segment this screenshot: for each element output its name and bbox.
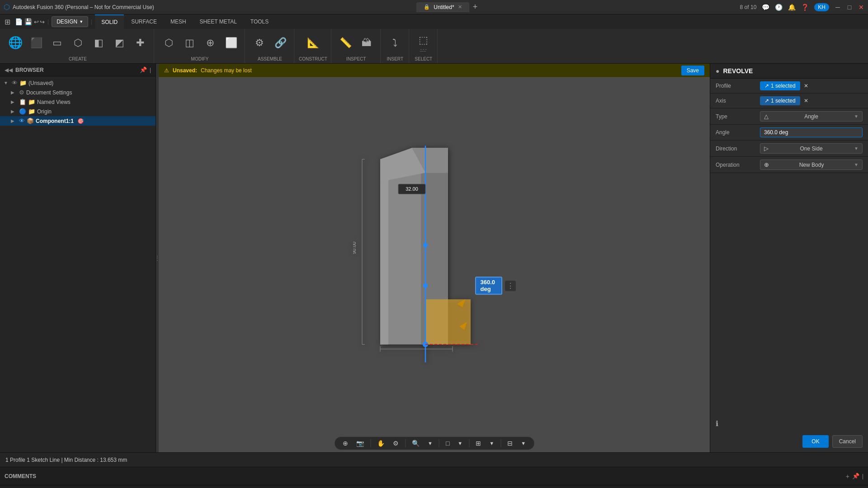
ok-button[interactable]: OK xyxy=(802,435,828,448)
zoom-btn[interactable]: 🔍 xyxy=(409,439,422,448)
canvas-area: 90.00 xyxy=(159,78,710,452)
operation-icon: ⊕ xyxy=(764,161,769,168)
viewport[interactable]: ⚠ Unsaved: Changes may be lost Save 90.0… xyxy=(159,64,710,452)
inspect-tool1[interactable]: 📏 xyxy=(336,31,356,55)
orbit-btn[interactable]: ⊕ xyxy=(340,439,351,448)
close-tab-icon[interactable]: ✕ xyxy=(458,4,462,10)
tab-solid[interactable]: SOLID xyxy=(95,14,124,29)
info-circle-icon[interactable]: ℹ xyxy=(716,420,718,427)
camera-btn[interactable]: 📷 xyxy=(354,439,367,448)
sketch-svg: 90.00 xyxy=(353,145,516,362)
operation-value: ⊕ New Body ▼ xyxy=(760,160,863,170)
extrude-tool[interactable]: ⬛ xyxy=(26,31,46,55)
angle-input[interactable] xyxy=(760,127,863,137)
browser-panel: ◀◀ BROWSER 📌 | ▼ 👁 📁 (Unsaved) ▶ ⚙ Docum… xyxy=(0,64,156,452)
bell-icon[interactable]: 🔔 xyxy=(788,4,796,11)
select-cursor-icon: ⬚ xyxy=(419,34,428,46)
type-dropdown[interactable]: △ Angle ▼ xyxy=(760,111,863,122)
close-btn[interactable]: ✕ xyxy=(858,4,864,10)
display-btn[interactable]: □ xyxy=(443,439,452,448)
select-label: SELECT xyxy=(415,56,432,61)
direction-dropdown[interactable]: ▷ One Side ▼ xyxy=(760,143,863,154)
tree-origin[interactable]: ▶ 🔵 📁 Origin xyxy=(0,107,156,116)
operation-dropdown[interactable]: ⊕ New Body ▼ xyxy=(760,160,863,170)
insert-tool1[interactable]: ⤵ xyxy=(385,31,405,55)
playback-bar: ⏮ ◀◀ ▶ ▶▶ ⏭ 🔷 ⚙ xyxy=(0,485,868,488)
expand-comments-icon[interactable]: | xyxy=(862,473,863,479)
profile-clear-btn[interactable]: ✕ xyxy=(802,82,810,90)
tab-sheet-metal[interactable]: SHEET METAL xyxy=(193,14,243,29)
angle-input-box[interactable]: 360.0 deg xyxy=(475,277,502,295)
grid-btn2[interactable]: ▼ xyxy=(486,440,497,447)
assemble-tool2[interactable]: 🔗 xyxy=(270,31,290,55)
grid-menu-icon[interactable]: ⊞ xyxy=(5,18,10,26)
tool7[interactable]: ✚ xyxy=(130,31,150,55)
tool5[interactable]: ◧ xyxy=(89,31,108,55)
help-icon[interactable]: ❓ xyxy=(801,4,809,11)
comments-title: COMMENTS xyxy=(5,473,843,479)
pan-btn[interactable]: ✋ xyxy=(374,439,387,448)
tab-mesh[interactable]: MESH xyxy=(164,14,193,29)
ribbon-group-inspect: 📏 🏔 INSPECT xyxy=(332,29,381,63)
tool3[interactable]: ▭ xyxy=(47,31,67,55)
info-row: ℹ xyxy=(710,417,868,431)
more-btn[interactable]: ⊟ xyxy=(505,439,515,448)
clock-icon[interactable]: 🕐 xyxy=(775,4,783,11)
maximize-btn[interactable]: □ xyxy=(846,4,853,10)
svg-text:32.00: 32.00 xyxy=(406,186,418,192)
named-views-icon: 📋 xyxy=(19,99,26,105)
collapse-browser-icon[interactable]: ◀◀ xyxy=(5,67,13,73)
tree-component[interactable]: ▶ 👁 📦 Component1:1 🎯 xyxy=(0,116,156,126)
save-button[interactable]: Save xyxy=(681,66,704,75)
revolve-footer: OK Cancel xyxy=(710,431,868,452)
pin-icon[interactable]: 📌 xyxy=(140,66,147,73)
user-avatar[interactable]: KH xyxy=(814,3,829,11)
assemble-tool1[interactable]: ⚙ xyxy=(250,31,269,55)
new-component-tool[interactable]: 🌐 xyxy=(5,31,25,55)
add-tab-btn[interactable]: + xyxy=(473,2,478,12)
pin-comment-icon[interactable]: 📌 xyxy=(852,473,859,479)
create-tools: 🌐 ⬛ ▭ ⬡ ◧ ◩ ✚ xyxy=(5,31,150,55)
operation-selected: New Body xyxy=(799,162,824,168)
select-tool1[interactable]: ⬚ - - - xyxy=(414,31,434,55)
file-icon[interactable]: 📄 xyxy=(15,18,23,25)
modify-tool4[interactable]: ⬜ xyxy=(221,31,241,55)
save-icon[interactable]: 💾 xyxy=(24,18,32,25)
fit-btn[interactable]: ▼ xyxy=(425,440,435,447)
angle-menu-icon[interactable]: ⋮ xyxy=(505,281,516,291)
tree-doc-settings[interactable]: ▶ ⚙ Document Settings xyxy=(0,88,156,97)
component-label: Component1:1 xyxy=(36,118,74,124)
tool6[interactable]: ◩ xyxy=(109,31,129,55)
titlebar-tab[interactable]: 🔒 Untitled* ✕ xyxy=(416,2,469,12)
settings-btn[interactable]: ⚙ xyxy=(390,439,401,448)
tool4[interactable]: ⬡ xyxy=(68,31,88,55)
display-btn2[interactable]: ▼ xyxy=(455,440,465,447)
more-btn2[interactable]: ▼ xyxy=(518,440,528,447)
direction-icon: ▷ xyxy=(764,145,769,152)
construct-tool1[interactable]: 📐 xyxy=(303,31,323,55)
modify-tool3[interactable]: ⊕ xyxy=(200,31,220,55)
ribbon-group-create: 🌐 ⬛ ▭ ⬡ ◧ ◩ ✚ CREATE xyxy=(2,29,154,63)
browser-more-icon[interactable]: | xyxy=(150,67,151,73)
tree-root[interactable]: ▼ 👁 📁 (Unsaved) xyxy=(0,78,156,88)
redo-icon[interactable]: ↪ xyxy=(40,19,45,25)
chat-icon[interactable]: 💬 xyxy=(762,4,769,11)
modify-tool2[interactable]: ◫ xyxy=(179,31,199,55)
tab-surface[interactable]: SURFACE xyxy=(125,14,163,29)
grid-btn[interactable]: ⊞ xyxy=(473,439,484,448)
chevron-down-icon: ▼ xyxy=(854,114,859,119)
viewport-toolbar: ⊕ 📷 ✋ ⚙ 🔍 ▼ □ ▼ ⊞ ▼ ⊟ ▼ xyxy=(334,436,534,450)
minimize-btn[interactable]: ─ xyxy=(835,4,841,10)
undo-icon[interactable]: ↩ xyxy=(34,19,39,25)
add-comment-icon[interactable]: + xyxy=(846,473,849,480)
inspect-tool2[interactable]: 🏔 xyxy=(357,31,377,55)
profile-selected-btn[interactable]: ↗ 1 selected xyxy=(760,81,800,90)
axis-selected-btn[interactable]: ↗ 1 selected xyxy=(760,96,800,105)
cancel-button[interactable]: Cancel xyxy=(832,435,863,448)
design-button[interactable]: DESIGN ▼ xyxy=(52,16,88,27)
tree-named-views[interactable]: ▶ 📋 📁 Named Views xyxy=(0,97,156,107)
axis-clear-btn[interactable]: ✕ xyxy=(802,97,810,105)
tab-tools[interactable]: TOOLS xyxy=(244,14,275,29)
direction-selected: One Side xyxy=(800,145,823,152)
modify-tool1[interactable]: ⬡ xyxy=(159,31,179,55)
